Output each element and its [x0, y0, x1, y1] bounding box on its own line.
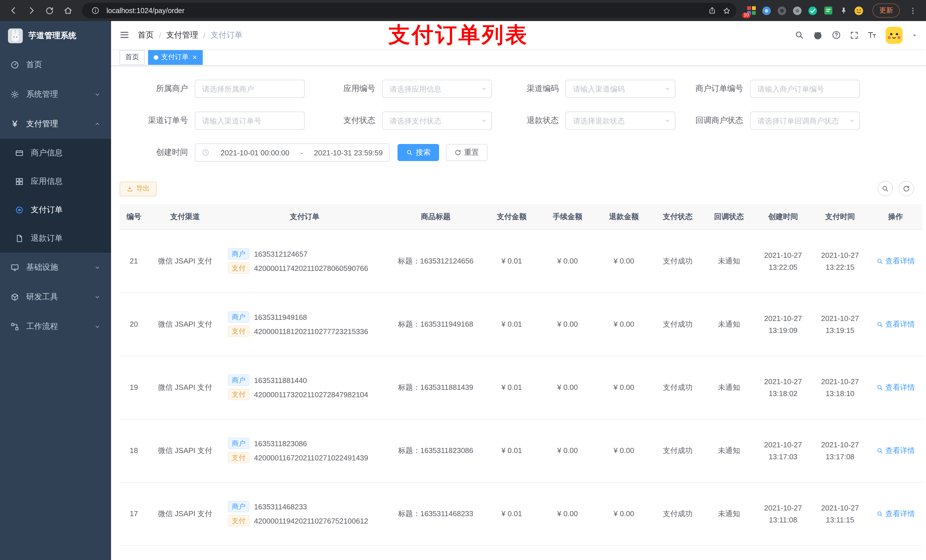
callback-status-select[interactable] — [750, 112, 860, 130]
col-notify: 回调状态 — [703, 204, 755, 229]
app-title: 芋道管理系统 — [29, 30, 76, 41]
refund-status-select[interactable] — [566, 112, 675, 130]
hamburger-icon[interactable] — [119, 30, 130, 41]
cell-status: 支付成功 — [652, 419, 703, 482]
export-button-label: 导出 — [136, 184, 150, 193]
channel-code-select[interactable] — [566, 80, 675, 98]
pay-no: 4200001194202110276752100612 — [254, 516, 368, 525]
address-bar[interactable]: localhost:1024/pay/order — [82, 3, 736, 18]
avatar[interactable] — [885, 26, 903, 44]
view-detail-link[interactable]: 查看详情 — [876, 382, 915, 392]
tab-home[interactable]: 首页 — [120, 50, 145, 65]
col-fee: 手续金额 — [539, 204, 596, 229]
filter-label-create-time: 创建时间 — [120, 147, 195, 158]
extension-chat-icon[interactable] — [823, 5, 833, 16]
sidebar-item-pay[interactable]: ¥ 支付管理 — [0, 109, 111, 139]
pay-tag: 支付 — [228, 389, 250, 400]
cell-amount: ¥ 0.01 — [484, 356, 539, 419]
sidebar-item-refund-order[interactable]: 退款订单 — [0, 224, 111, 253]
date-start[interactable]: 2021-10-01 00:00:00 — [221, 148, 289, 157]
site-info-icon[interactable] — [88, 4, 103, 17]
sidebar-item-system[interactable]: 系统管理 — [0, 80, 111, 109]
home-icon[interactable] — [59, 2, 76, 19]
yen-icon: ¥ — [10, 119, 20, 128]
extension-check-circle-icon[interactable] — [808, 5, 818, 16]
browser-menu-icon[interactable] — [904, 2, 921, 19]
channel-order-no-input[interactable] — [195, 112, 305, 130]
breadcrumb-pay[interactable]: 支付管理 — [166, 30, 198, 40]
filter-label-pay-status: 支付状态 — [305, 116, 382, 126]
pay-status-select[interactable] — [382, 112, 492, 130]
refresh-table-button[interactable] — [899, 181, 914, 196]
extension-drop-icon[interactable] — [761, 5, 772, 16]
extension-gray-circle-icon[interactable] — [792, 5, 802, 16]
search-button-label: 搜索 — [416, 147, 431, 158]
sidebar-item-home[interactable]: 首页 — [0, 50, 111, 80]
extension-pin-icon[interactable] — [838, 5, 849, 16]
close-icon[interactable]: × — [192, 53, 197, 61]
update-button[interactable]: 更新 — [873, 3, 900, 18]
cell-id: 16 — [120, 545, 148, 560]
breadcrumb-current: 支付订单 — [211, 30, 243, 40]
font-size-icon[interactable] — [867, 30, 877, 40]
col-status: 支付状态 — [652, 204, 703, 229]
view-detail-link[interactable]: 查看详情 — [876, 319, 915, 329]
sidebar-item-pay-order[interactable]: 支付订单 — [0, 196, 111, 224]
docs-question-icon[interactable] — [831, 30, 841, 40]
extension-face-icon[interactable] — [854, 5, 864, 16]
url-text[interactable]: localhost:1024/pay/order — [106, 6, 705, 15]
cell-id: 18 — [120, 419, 148, 482]
cell-amount: ¥ 0.01 — [484, 482, 539, 545]
fullscreen-icon[interactable] — [850, 30, 859, 39]
sidebar-item-label: 研发工具 — [26, 292, 58, 302]
share-icon[interactable] — [705, 4, 719, 17]
cell-paid: 2021-10-27 13:22:15 — [811, 229, 869, 293]
github-icon[interactable] — [813, 30, 823, 40]
col-id: 编号 — [120, 204, 148, 229]
cell-id: 17 — [120, 482, 148, 545]
table-row: 19 微信 JSAPI 支付 商户1635311881440 支付4200001… — [120, 356, 923, 419]
caret-down-icon[interactable] — [911, 32, 918, 38]
sidebar-item-merchant-info[interactable]: 商户信息 — [0, 139, 111, 167]
sidebar-item-app-info[interactable]: 应用信息 — [0, 167, 111, 196]
cell-status: 支付成功 — [652, 229, 703, 293]
cell-notify — [703, 545, 755, 560]
search-icon[interactable] — [794, 30, 804, 40]
merchant-select[interactable] — [195, 80, 305, 98]
date-end[interactable]: 2021-10-31 23:59:59 — [314, 148, 383, 157]
toggle-search-button[interactable] — [878, 181, 893, 196]
back-icon[interactable] — [5, 2, 22, 19]
date-range-picker[interactable]: 2021-10-01 00:00:00 - 2021-10-31 23:59:5… — [195, 143, 390, 162]
breadcrumb-home[interactable]: 首页 — [138, 30, 154, 40]
cell-amount: ¥ 0.01 — [484, 229, 539, 293]
merchant-no: 1635311823086 — [254, 439, 307, 448]
cell-fee: ¥ 0.00 — [539, 293, 596, 356]
search-button[interactable]: 搜索 — [398, 144, 439, 161]
reload-icon[interactable] — [41, 2, 58, 19]
cell-id: 19 — [120, 356, 148, 419]
view-detail-link[interactable]: 查看详情 — [876, 509, 915, 519]
navbar-actions — [794, 26, 918, 44]
sidebar-item-devtool[interactable]: 研发工具 — [0, 282, 111, 312]
chevron-down-icon — [94, 91, 101, 98]
reset-button[interactable]: 重置 — [446, 144, 487, 161]
cell-order: 商户1635311468233 支付4200001194202110276752… — [222, 482, 387, 545]
extension-puzzle-icon[interactable]: 10 — [746, 5, 756, 16]
cell-order: 商户1635311157396 支付 — [222, 545, 387, 560]
sidebar-item-infra[interactable]: 基础设施 — [0, 253, 111, 282]
app-select[interactable] — [382, 80, 492, 98]
sidebar-item-workflow[interactable]: 工作流程 — [0, 312, 111, 341]
view-detail-link[interactable]: 查看详情 — [876, 445, 915, 456]
cell-paid: 2021-10-27 13:18:10 — [811, 356, 869, 419]
page-content: 所属商户 应用编号 渠道编码 商户订单编号 — [111, 66, 926, 560]
tab-pay-order[interactable]: 支付订单 × — [148, 50, 203, 65]
export-button[interactable]: 导出 — [120, 181, 157, 196]
filter-label-callback-status: 回调商户状态 — [675, 116, 750, 126]
view-detail-link[interactable]: 查看详情 — [876, 256, 915, 266]
forward-icon[interactable] — [23, 2, 40, 19]
cell-fee: ¥ 0.00 — [539, 482, 596, 545]
bookmark-star-icon[interactable] — [719, 4, 734, 17]
merchant-order-no-input[interactable] — [750, 80, 860, 98]
merchant-tag: 商户 — [228, 374, 250, 386]
extension-dark-circle-icon[interactable] — [777, 5, 787, 16]
